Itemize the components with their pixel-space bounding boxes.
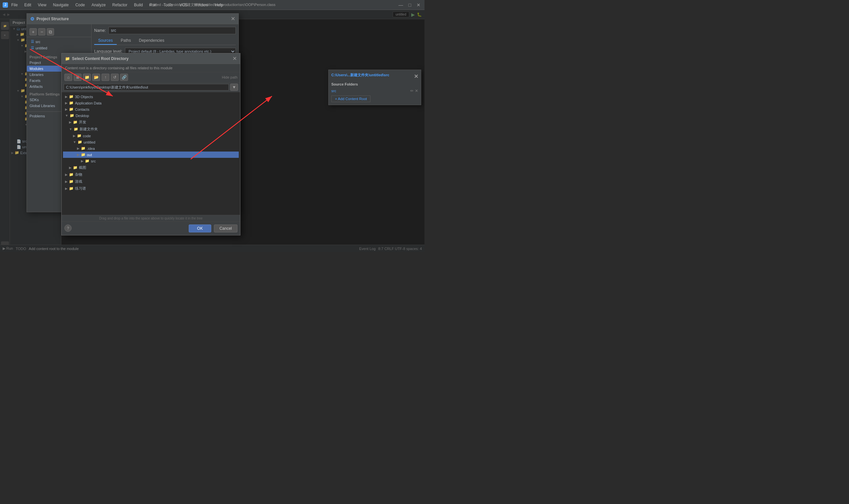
fc-item-out-selected[interactable]: ▶ 📁 out [63, 151, 239, 158]
tab-sources[interactable]: Sources [94, 37, 117, 45]
folder-icon: 📁 [85, 159, 90, 163]
tab-dependencies[interactable]: Dependencies [135, 37, 168, 45]
ps-module-src[interactable]: ☰ src [28, 38, 90, 45]
folder-icon: 📁 [73, 120, 78, 124]
folder-icon: 📁 [69, 94, 74, 99]
expand-icon: ▼ [73, 140, 76, 144]
ps-module-untitled[interactable]: ☰ untitled [28, 45, 90, 51]
delete-icon[interactable]: ✕ [415, 89, 418, 93]
fc-item-screenshots[interactable]: ▶ 📁 截图 [63, 164, 239, 171]
expand-icon: ▶ [69, 120, 72, 124]
add-cr-header: C:\Users\...新建文件夹\untitled\src ✕ [331, 73, 418, 80]
module-icon: ☰ [31, 46, 34, 50]
fc-item-newdir[interactable]: ▼ 📁 新建文件夹 [63, 126, 239, 133]
fc-path-input[interactable] [64, 84, 229, 91]
menu-code[interactable]: Code [74, 2, 86, 8]
menu-analyze[interactable]: Analyze [90, 2, 107, 8]
fc-item-code[interactable]: ▶ 📁 code [63, 133, 239, 139]
expand-icon: ▶ [65, 180, 68, 183]
fc-item-untitled[interactable]: ▼ 📁 untitled [63, 139, 239, 145]
expand-icon: ▶ [65, 95, 68, 98]
expand-icon: ▶ [69, 166, 72, 169]
fc-open-folder-button[interactable]: 📂 [92, 74, 100, 81]
ps-add-button[interactable]: + [30, 28, 37, 35]
ps-name-row: Name: [94, 27, 236, 34]
module-icon: ☰ [31, 39, 34, 44]
ps-remove-button[interactable]: − [38, 28, 46, 35]
fc-item-games[interactable]: ▶ 📁 游戏 [63, 178, 239, 185]
fc-item-3dobjects[interactable]: ▶ 📁 3D Objects [63, 93, 239, 100]
fc-item-misc[interactable]: ▶ 📁 杂物 [63, 171, 239, 178]
edit-icons: ✏ ✕ [410, 89, 418, 93]
fc-item-contacts[interactable]: ▶ 📁 Contacts [63, 106, 239, 112]
hide-path-label[interactable]: Hide path [222, 75, 237, 79]
menu-build[interactable]: Build [133, 2, 144, 8]
dialog-title: ⚙ Project Structure [30, 16, 69, 21]
title-bar: J File Edit View Navigate Code Analyze R… [0, 0, 424, 10]
fc-cancel-button[interactable]: Cancel [214, 224, 237, 232]
fc-toolbar: ⌂ 🖥 📁 📂 ↑ ↺ 🔗 Hide path [62, 72, 240, 83]
window-controls[interactable]: — □ ✕ [397, 2, 422, 7]
fc-help-button[interactable]: ? [64, 224, 72, 232]
ps-copy-button[interactable]: ⧉ [47, 28, 54, 35]
fc-create-folder-button[interactable]: 📁 [83, 74, 91, 81]
close-button[interactable]: ✕ [415, 2, 422, 7]
expand-icon: ▶ [65, 173, 68, 176]
expand-icon: ▶ [81, 159, 84, 163]
edit-icon[interactable]: ✏ [410, 89, 414, 93]
name-label: Name: [94, 28, 106, 33]
menu-file[interactable]: File [10, 2, 19, 8]
folder-icon: 📁 [69, 101, 74, 105]
menu-refactor[interactable]: Refactor [111, 2, 129, 8]
fc-close-button[interactable]: ✕ [233, 55, 237, 62]
folder-icon: 📁 [69, 107, 74, 111]
fc-item-src-sub[interactable]: ▶ 📁 src [63, 158, 239, 164]
name-input[interactable] [108, 27, 236, 34]
expand-icon: ▶ [65, 107, 68, 111]
ps-toolbar: + − ⧉ [27, 27, 91, 37]
fc-item-kaifa[interactable]: ▶ 📁 开发 [63, 119, 239, 126]
fc-path-go-button[interactable]: ▼ [230, 84, 238, 91]
menu-view[interactable]: View [36, 2, 48, 8]
fc-refresh-button[interactable]: ↺ [111, 74, 119, 81]
folder-icon: 📁 [70, 113, 74, 118]
menu-navigate[interactable]: Navigate [52, 2, 70, 8]
fc-item-idea[interactable]: ▶ 📁 .idea [63, 145, 239, 151]
expand-icon: ▶ [77, 147, 79, 150]
fc-icon: 📁 [65, 56, 70, 61]
fc-title: 📁 Select Content Root Directory [65, 56, 129, 61]
folder-icon: 📁 [81, 146, 86, 150]
maximize-button[interactable]: □ [407, 2, 413, 7]
add-content-root-button[interactable]: + Add Content Root [331, 95, 371, 102]
folder-icon: 📁 [69, 179, 74, 184]
ps-module-list: ☰ src ☰ untitled [27, 37, 91, 52]
menu-edit[interactable]: Edit [23, 2, 33, 8]
file-chooser-dialog: 📁 Select Content Root Directory ✕ Conten… [61, 53, 240, 235]
add-cr-path: C:\Users\...新建文件夹\untitled\src [331, 73, 389, 77]
minimize-button[interactable]: — [397, 2, 404, 7]
folder-icon: 📁 [69, 173, 74, 177]
fc-link-button[interactable]: 🔗 [120, 74, 128, 81]
fc-home-button[interactable]: ⌂ [64, 74, 72, 81]
tab-paths[interactable]: Paths [117, 37, 135, 45]
folder-icon: 📁 [74, 127, 78, 131]
dialog-close-button[interactable]: ✕ [231, 16, 235, 22]
fc-item-appdata[interactable]: ▶ 📁 Application Data [63, 100, 239, 106]
dialog-icon: ⚙ [30, 16, 35, 21]
folder-icon: 📁 [78, 140, 82, 144]
expand-icon: ▼ [65, 114, 68, 118]
fc-item-desktop[interactable]: ▼ 📁 Desktop [63, 112, 239, 119]
fc-desktop-button[interactable]: 🖥 [74, 74, 82, 81]
folder-icon: 📁 [77, 133, 82, 138]
folder-icon: 📁 [73, 165, 78, 170]
source-folders-label: Source Folders [331, 82, 418, 86]
add-cr-close-button[interactable]: ✕ [414, 73, 418, 79]
fc-ok-button[interactable]: OK [189, 224, 211, 232]
expand-icon: ▶ [77, 153, 79, 157]
app-icon: J [3, 2, 8, 7]
fc-item-scores[interactable]: ▶ 📁 练习谱 [63, 185, 239, 192]
ps-tabs: Sources Paths Dependencies [94, 37, 236, 45]
expand-icon: ▶ [65, 187, 68, 190]
source-folder-name: src [331, 89, 336, 93]
fc-folder-up-button[interactable]: ↑ [102, 74, 109, 81]
